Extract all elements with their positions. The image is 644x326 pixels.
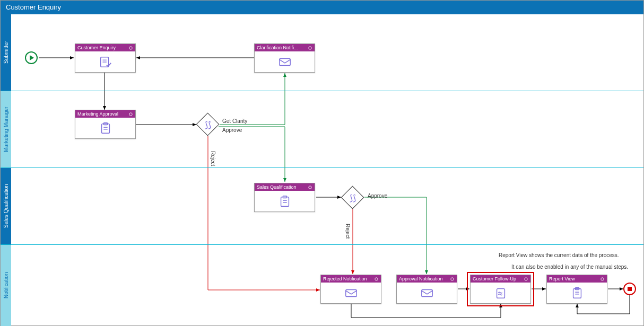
svg-rect-19: [421, 290, 432, 297]
svg-point-18: [451, 277, 454, 280]
node-marketing-approval[interactable]: Marketing Approval: [75, 110, 136, 139]
gear-icon[interactable]: [128, 112, 133, 117]
svg-point-4: [309, 46, 311, 49]
node-label: Clarification Notifi...: [257, 45, 298, 50]
edge-label-reject2: Reject: [345, 224, 351, 239]
svg-point-0: [129, 46, 132, 49]
node-clarification[interactable]: Clarification Notifi...: [254, 43, 315, 73]
diagram-title: Customer Enquiry: [1, 1, 643, 14]
node-sales-qualification[interactable]: Sales Qualification: [254, 183, 315, 212]
mail-icon: [343, 286, 359, 300]
lane-sales: Sales Qualification: [1, 168, 643, 245]
play-icon: [30, 55, 34, 60]
clipboard-icon: [98, 121, 114, 135]
lane-label-notification: Notification: [1, 245, 11, 326]
node-label: Sales Qualification: [257, 184, 297, 190]
svg-rect-5: [279, 59, 290, 66]
gateway-sales[interactable]: ⟆⟆: [341, 186, 364, 209]
gateway-icon: ⟆⟆: [341, 186, 364, 209]
svg-rect-7: [101, 124, 109, 134]
svg-point-11: [309, 186, 311, 188]
form-check-icon: [98, 55, 114, 69]
svg-rect-17: [345, 290, 356, 297]
wave-icon: [493, 286, 509, 300]
node-label: Marketing Approval: [77, 111, 118, 117]
mail-icon: [419, 286, 435, 300]
node-rejected-notification[interactable]: Rejected Notification: [320, 275, 381, 304]
node-customer-enquiry[interactable]: Customer Enquiry: [75, 43, 136, 73]
node-label: Rejected Notification: [323, 276, 367, 281]
node-customer-follow-up[interactable]: Customer Follow-Up: [470, 275, 531, 304]
clipboard-icon: [277, 195, 293, 208]
gear-icon[interactable]: [308, 185, 312, 190]
gateway-marketing[interactable]: ⟆⟆: [196, 113, 220, 136]
lane-label-submitter: Submitter: [1, 14, 11, 91]
lane-label-sales: Sales Qualification: [1, 168, 11, 244]
stop-icon: [628, 287, 632, 291]
clipboard-icon: [569, 286, 585, 300]
mail-icon: [277, 55, 293, 69]
gear-icon[interactable]: [374, 277, 379, 281]
node-label: Approval Notification: [399, 276, 443, 281]
gear-icon[interactable]: [128, 46, 133, 50]
edge-label-get-clarity: Get Clarity: [222, 118, 247, 124]
edge-label-approve2: Approve: [368, 193, 387, 199]
workflow-diagram: Customer Enquiry: [0, 0, 644, 326]
node-label: Report View: [549, 276, 575, 281]
node-label: Customer Enquiry: [77, 45, 116, 50]
node-report-view[interactable]: Report View: [546, 275, 607, 304]
end-event[interactable]: [623, 283, 636, 295]
svg-point-20: [525, 277, 527, 280]
svg-rect-23: [573, 289, 581, 298]
gear-icon[interactable]: [450, 277, 455, 281]
canvas[interactable]: Submitter Marketing Manager Sales Qualif…: [1, 14, 643, 325]
svg-point-22: [601, 277, 604, 280]
node-label: Customer Follow-Up: [473, 276, 516, 281]
gear-icon[interactable]: [524, 277, 528, 281]
edge-label-reject: Reject: [210, 151, 216, 166]
hint-text-2: It can also be enabled in any of the man…: [511, 264, 628, 270]
start-event[interactable]: [25, 51, 38, 64]
svg-point-16: [375, 277, 378, 280]
edge-label-approve: Approve: [222, 127, 242, 133]
svg-rect-12: [281, 197, 289, 207]
gear-icon[interactable]: [308, 46, 312, 50]
svg-point-6: [129, 112, 132, 115]
node-approval-notification[interactable]: Approval Notification: [396, 275, 457, 304]
gear-icon[interactable]: [600, 277, 605, 281]
lane-label-marketing: Marketing Manager: [1, 91, 11, 168]
gateway-icon: ⟆⟆: [196, 113, 220, 136]
hint-text-1: Report View shows the current data of th…: [499, 252, 619, 258]
